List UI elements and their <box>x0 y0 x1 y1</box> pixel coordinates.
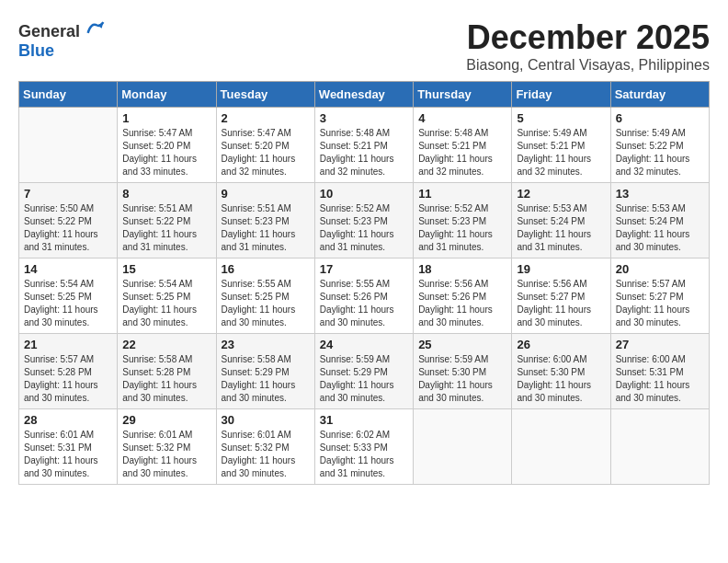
calendar-cell: 7 Sunrise: 5:50 AM Sunset: 5:22 PM Dayli… <box>19 183 118 259</box>
calendar-cell: 17 Sunrise: 5:55 AM Sunset: 5:26 PM Dayl… <box>314 259 413 334</box>
cell-sunrise: Sunrise: 5:47 AM <box>122 128 192 138</box>
cell-sunset: Sunset: 5:25 PM <box>24 292 92 302</box>
calendar-week-row: 14 Sunrise: 5:54 AM Sunset: 5:25 PM Dayl… <box>19 259 710 334</box>
cell-sunset: Sunset: 5:21 PM <box>320 141 388 151</box>
cell-daylight: Daylight: 11 hours and 31 minutes. <box>122 229 197 252</box>
cell-sunset: Sunset: 5:28 PM <box>122 367 190 377</box>
calendar-cell: 3 Sunrise: 5:48 AM Sunset: 5:21 PM Dayli… <box>314 108 413 183</box>
cell-daylight: Daylight: 11 hours and 30 minutes. <box>122 455 197 478</box>
day-number: 13 <box>616 187 704 201</box>
cell-sunrise: Sunrise: 5:54 AM <box>24 279 94 289</box>
cell-sunset: Sunset: 5:32 PM <box>222 442 290 453</box>
cell-sunset: Sunset: 5:23 PM <box>320 216 388 226</box>
cell-sunset: Sunset: 5:25 PM <box>122 292 190 302</box>
cell-sunset: Sunset: 5:28 PM <box>24 367 92 377</box>
cell-sunrise: Sunrise: 6:01 AM <box>222 430 291 440</box>
calendar-week-row: 1 Sunrise: 5:47 AM Sunset: 5:20 PM Dayli… <box>19 108 710 183</box>
calendar-cell: 14 Sunrise: 5:54 AM Sunset: 5:25 PM Dayl… <box>19 259 118 334</box>
cell-sunrise: Sunrise: 5:56 AM <box>517 279 586 289</box>
weekday-header: Friday <box>512 82 610 108</box>
cell-sunrise: Sunrise: 5:47 AM <box>222 128 291 138</box>
cell-sunrise: Sunrise: 5:50 AM <box>24 203 94 213</box>
day-number: 22 <box>122 338 210 351</box>
calendar-cell: 18 Sunrise: 5:56 AM Sunset: 5:26 PM Dayl… <box>414 259 512 334</box>
cell-sunset: Sunset: 5:33 PM <box>320 442 388 453</box>
day-number: 12 <box>517 187 605 201</box>
cell-sunrise: Sunrise: 5:55 AM <box>320 279 390 289</box>
calendar-cell: 31 Sunrise: 6:02 AM Sunset: 5:33 PM Dayl… <box>314 409 413 485</box>
calendar-week-row: 28 Sunrise: 6:01 AM Sunset: 5:31 PM Dayl… <box>19 409 710 485</box>
weekday-header: Thursday <box>414 82 512 108</box>
calendar-cell <box>19 108 118 183</box>
cell-sunrise: Sunrise: 5:56 AM <box>418 279 488 289</box>
calendar-cell: 30 Sunrise: 6:01 AM Sunset: 5:32 PM Dayl… <box>216 409 314 485</box>
cell-sunrise: Sunrise: 5:58 AM <box>122 354 192 364</box>
cell-daylight: Daylight: 11 hours and 32 minutes. <box>320 154 394 177</box>
weekday-header: Monday <box>118 82 216 108</box>
calendar-cell: 19 Sunrise: 5:56 AM Sunset: 5:27 PM Dayl… <box>512 259 610 334</box>
cell-sunrise: Sunrise: 5:59 AM <box>418 354 488 364</box>
cell-daylight: Daylight: 11 hours and 30 minutes. <box>616 304 690 327</box>
day-number: 19 <box>517 262 605 276</box>
cell-daylight: Daylight: 11 hours and 31 minutes. <box>320 229 394 252</box>
day-number: 26 <box>517 338 605 351</box>
cell-daylight: Daylight: 11 hours and 30 minutes. <box>122 380 197 403</box>
cell-sunset: Sunset: 5:31 PM <box>616 367 684 377</box>
cell-daylight: Daylight: 11 hours and 32 minutes. <box>418 154 493 177</box>
day-number: 7 <box>24 187 112 201</box>
title-block: December 2025 Biasong, Central Visayas, … <box>466 18 710 74</box>
cell-sunset: Sunset: 5:22 PM <box>616 141 684 151</box>
cell-sunset: Sunset: 5:20 PM <box>122 141 190 151</box>
weekday-header: Wednesday <box>314 82 413 108</box>
logo: General Blue <box>18 18 105 61</box>
calendar-cell: 21 Sunrise: 5:57 AM Sunset: 5:28 PM Dayl… <box>19 334 118 409</box>
cell-sunset: Sunset: 5:30 PM <box>517 367 585 377</box>
day-number: 30 <box>222 413 310 427</box>
cell-sunrise: Sunrise: 5:49 AM <box>616 128 686 138</box>
cell-sunrise: Sunrise: 5:59 AM <box>320 354 390 364</box>
cell-sunrise: Sunrise: 6:00 AM <box>517 354 586 364</box>
day-number: 27 <box>616 338 704 351</box>
cell-sunset: Sunset: 5:25 PM <box>222 292 290 302</box>
calendar-cell: 12 Sunrise: 5:53 AM Sunset: 5:24 PM Dayl… <box>512 183 610 259</box>
calendar-cell: 28 Sunrise: 6:01 AM Sunset: 5:31 PM Dayl… <box>19 409 118 485</box>
cell-sunrise: Sunrise: 5:52 AM <box>418 203 488 213</box>
cell-sunrise: Sunrise: 5:53 AM <box>616 203 686 213</box>
calendar-cell: 11 Sunrise: 5:52 AM Sunset: 5:23 PM Dayl… <box>414 183 512 259</box>
calendar-cell: 22 Sunrise: 5:58 AM Sunset: 5:28 PM Dayl… <box>118 334 216 409</box>
calendar-cell: 26 Sunrise: 6:00 AM Sunset: 5:30 PM Dayl… <box>512 334 610 409</box>
cell-sunset: Sunset: 5:27 PM <box>517 292 585 302</box>
calendar-cell <box>512 409 610 485</box>
cell-sunset: Sunset: 5:24 PM <box>616 216 684 226</box>
day-number: 18 <box>418 262 506 276</box>
cell-sunset: Sunset: 5:29 PM <box>320 367 388 377</box>
day-number: 24 <box>320 338 408 351</box>
cell-sunset: Sunset: 5:26 PM <box>418 292 486 302</box>
calendar-cell: 16 Sunrise: 5:55 AM Sunset: 5:25 PM Dayl… <box>216 259 314 334</box>
day-number: 10 <box>320 187 408 201</box>
cell-daylight: Daylight: 11 hours and 30 minutes. <box>517 304 591 327</box>
day-number: 11 <box>418 187 506 201</box>
cell-daylight: Daylight: 11 hours and 33 minutes. <box>122 154 197 177</box>
cell-sunset: Sunset: 5:21 PM <box>418 141 486 151</box>
cell-daylight: Daylight: 11 hours and 31 minutes. <box>418 229 493 252</box>
cell-daylight: Daylight: 11 hours and 30 minutes. <box>517 380 591 403</box>
calendar-cell: 15 Sunrise: 5:54 AM Sunset: 5:25 PM Dayl… <box>118 259 216 334</box>
cell-daylight: Daylight: 11 hours and 30 minutes. <box>616 229 690 252</box>
cell-sunrise: Sunrise: 6:02 AM <box>320 430 390 440</box>
calendar-header-row: SundayMondayTuesdayWednesdayThursdayFrid… <box>19 82 710 108</box>
cell-sunrise: Sunrise: 5:57 AM <box>24 354 94 364</box>
day-number: 20 <box>616 262 704 276</box>
logo-icon <box>86 18 105 37</box>
calendar-cell: 10 Sunrise: 5:52 AM Sunset: 5:23 PM Dayl… <box>314 183 413 259</box>
calendar-week-row: 21 Sunrise: 5:57 AM Sunset: 5:28 PM Dayl… <box>19 334 710 409</box>
cell-daylight: Daylight: 11 hours and 30 minutes. <box>320 304 394 327</box>
day-number: 8 <box>122 187 210 201</box>
day-number: 15 <box>122 262 210 276</box>
cell-sunrise: Sunrise: 5:52 AM <box>320 203 390 213</box>
cell-daylight: Daylight: 11 hours and 30 minutes. <box>24 380 98 403</box>
day-number: 14 <box>24 262 112 276</box>
day-number: 25 <box>418 338 506 351</box>
calendar-cell: 29 Sunrise: 6:01 AM Sunset: 5:32 PM Dayl… <box>118 409 216 485</box>
cell-daylight: Daylight: 11 hours and 30 minutes. <box>320 380 394 403</box>
